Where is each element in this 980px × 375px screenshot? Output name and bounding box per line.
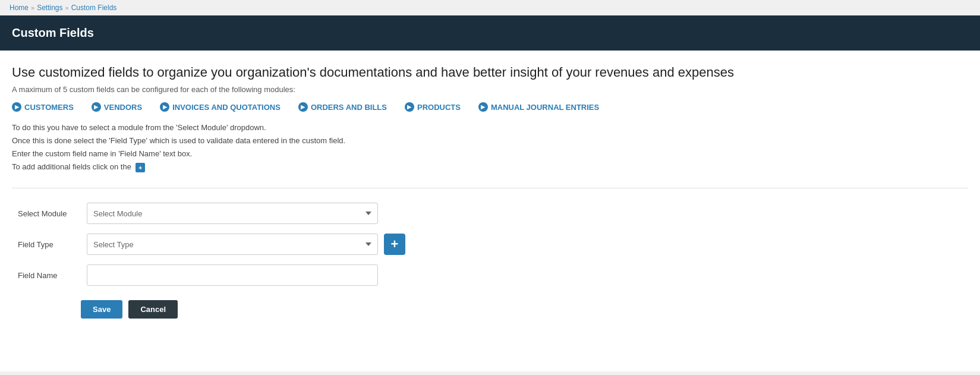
field-name-input[interactable] [87, 264, 378, 286]
select-module-dropdown[interactable]: Select Module [87, 203, 378, 224]
instruction-line3: Enter the custom field name in 'Field Na… [12, 147, 968, 160]
module-link-products[interactable]: ▶ PRODUCTS [405, 102, 461, 112]
hero-title: Use customized fields to organize you or… [12, 65, 968, 80]
instruction-line4: To add additional fields click on the + [12, 160, 968, 174]
action-buttons: Save Cancel [12, 300, 968, 319]
module-link-orders[interactable]: ▶ ORDERS AND BILLS [298, 102, 387, 112]
breadcrumb-home[interactable]: Home [10, 4, 29, 12]
field-type-wrap: Select Type + [87, 234, 405, 255]
main-content: Use customized fields to organize you or… [0, 51, 980, 371]
module-label-invoices: INVOICES AND QUOTATIONS [172, 103, 281, 112]
select-module-label: Select Module [18, 209, 77, 218]
page-header: Custom Fields [0, 15, 980, 51]
module-label-vendors: VENDORS [104, 103, 142, 112]
add-field-button[interactable]: + [384, 234, 405, 255]
section-divider [12, 188, 968, 188]
field-type-label: Field Type [18, 240, 77, 249]
hero-subtitle: A maximum of 5 custom fields can be conf… [12, 85, 968, 94]
field-name-wrap [87, 264, 378, 286]
arrow-icon-customers: ▶ [12, 102, 21, 112]
module-link-invoices[interactable]: ▶ INVOICES AND QUOTATIONS [160, 102, 281, 112]
field-name-row: Field Name [18, 264, 968, 286]
breadcrumb-sep-2: » [65, 4, 69, 11]
arrow-icon-journal: ▶ [478, 102, 488, 112]
breadcrumb-current: Custom Fields [71, 4, 117, 12]
module-links: ▶ CUSTOMERS ▶ VENDORS ▶ INVOICES AND QUO… [12, 102, 968, 112]
module-label-journal: MANUAL JOURNAL ENTRIES [491, 103, 599, 112]
arrow-icon-vendors: ▶ [92, 102, 101, 112]
arrow-icon-invoices: ▶ [160, 102, 169, 112]
select-module-wrap: Select Module [87, 203, 378, 224]
arrow-icon-orders: ▶ [298, 102, 308, 112]
breadcrumb-sep-1: » [31, 4, 34, 11]
form-section: Select Module Select Module Field Type S… [12, 203, 968, 286]
instruction-line2: Once this is done select the 'Field Type… [12, 134, 968, 147]
module-label-products: PRODUCTS [417, 103, 461, 112]
plus-badge-icon: + [136, 163, 145, 172]
module-link-customers[interactable]: ▶ CUSTOMERS [12, 102, 74, 112]
breadcrumb: Home » Settings » Custom Fields [0, 0, 980, 15]
field-type-dropdown[interactable]: Select Type [87, 234, 378, 255]
page-title: Custom Fields [12, 26, 94, 39]
module-label-customers: CUSTOMERS [24, 103, 74, 112]
arrow-icon-products: ▶ [405, 102, 414, 112]
instructions: To do this you have to select a module f… [12, 121, 968, 174]
module-label-orders: ORDERS AND BILLS [311, 103, 387, 112]
select-module-row: Select Module Select Module [18, 203, 968, 224]
field-type-row: Field Type Select Type + [18, 234, 968, 255]
breadcrumb-settings[interactable]: Settings [37, 4, 62, 12]
field-name-label: Field Name [18, 271, 77, 280]
module-link-journal[interactable]: ▶ MANUAL JOURNAL ENTRIES [478, 102, 599, 112]
instruction-line1: To do this you have to select a module f… [12, 121, 968, 134]
module-link-vendors[interactable]: ▶ VENDORS [92, 102, 142, 112]
save-button[interactable]: Save [81, 300, 122, 319]
cancel-button[interactable]: Cancel [128, 300, 178, 319]
